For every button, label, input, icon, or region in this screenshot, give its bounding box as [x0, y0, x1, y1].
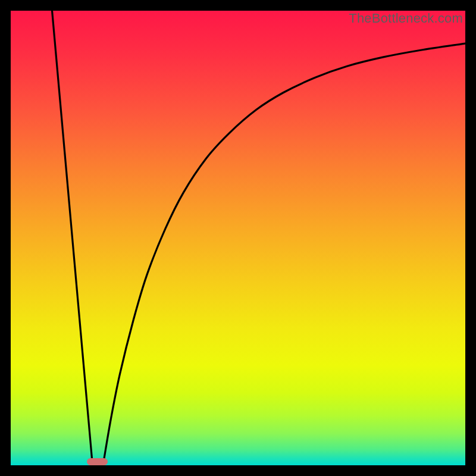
chart-curve	[11, 11, 465, 465]
watermark-text: TheBottleneck.com	[349, 11, 463, 26]
chart-plot-area: TheBottleneck.com	[11, 11, 465, 465]
chart-marker	[87, 458, 108, 465]
chart-frame: TheBottleneck.com	[0, 0, 476, 476]
